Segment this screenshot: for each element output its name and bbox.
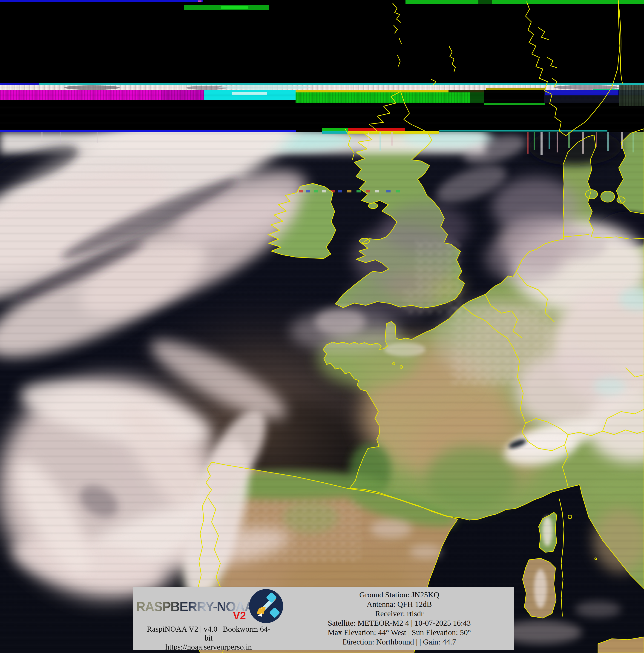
footer-left-column: RASPBERRY-NOAA V2 RaspiNOAA V2 | v4.0 | … <box>133 587 285 650</box>
satellite-map-image <box>0 0 644 653</box>
footer-right-column: Ground Station: JN25KQ Antenna: QFH 12dB… <box>285 587 514 650</box>
satellite-line: Satellite: METEOR-M2 4 | 10-07-2025 16:4… <box>285 618 514 628</box>
logo-version-text: V2 <box>233 610 246 621</box>
receiver-line: Receiver: rtlsdr <box>285 609 514 618</box>
raspberry-noaa-logo: RASPBERRY-NOAA V2 <box>133 589 285 624</box>
footer-url: https://noaa.serveurperso.in <box>133 643 285 651</box>
footer-banner: RASPBERRY-NOAA V2 RaspiNOAA V2 | v4.0 | … <box>133 587 514 650</box>
scanline-texture <box>0 82 644 653</box>
satellite-pass-page: { "window": { "width": 2800, "height": 2… <box>0 0 644 653</box>
satellite-icon <box>248 589 284 624</box>
elevation-line: Max Elevation: 44° West | Sun Elevation:… <box>285 628 514 637</box>
ground-station-line: Ground Station: JN25KQ <box>285 590 514 599</box>
footer-version-line: RaspiNOAA V2 | v4.0 | Bookworm 64- <box>133 625 285 633</box>
direction-gain-line: Direction: Northbound | | Gain: 44.7 <box>285 637 514 647</box>
footer-version-line-wrap: bit <box>133 633 285 643</box>
antenna-line: Antenna: QFH 12dB <box>285 599 514 609</box>
